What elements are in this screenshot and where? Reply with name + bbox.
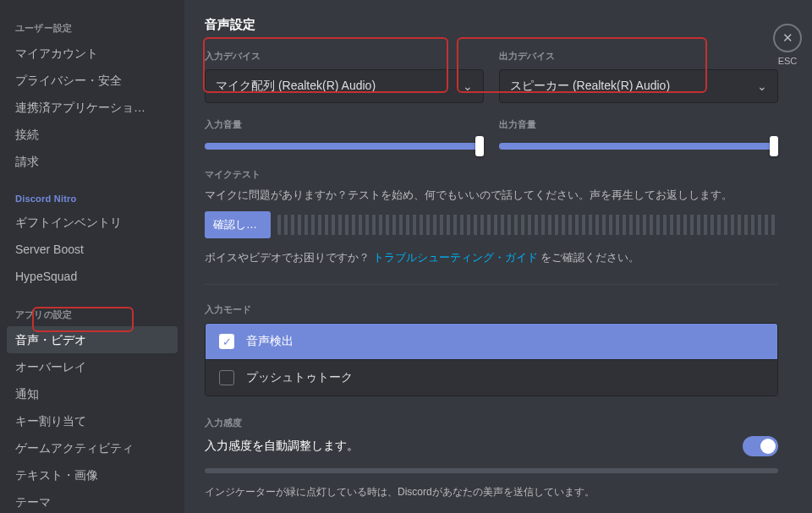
settings-sidebar: ユーザー設定 マイアカウント プライバシー・安全 連携済アプリケーショ… 接続 … xyxy=(0,0,184,513)
mic-level-meter xyxy=(277,215,778,235)
divider xyxy=(205,284,778,285)
toggle-knob xyxy=(760,439,776,454)
esc-label: ESC xyxy=(773,56,802,66)
nav-privacy[interactable]: プライバシー・安全 xyxy=(7,67,178,94)
output-volume-slider[interactable] xyxy=(499,143,778,150)
troubleshoot-link[interactable]: トラブルシューティング・ガイド xyxy=(373,251,538,264)
highlight-box xyxy=(457,37,707,93)
highlight-box xyxy=(203,37,448,93)
mode-voice-activity[interactable]: ✓ 音声検出 xyxy=(206,324,777,359)
sensitivity-bar xyxy=(205,468,778,473)
nav-keybinds[interactable]: キー割り当て xyxy=(7,407,178,434)
nav-text-image[interactable]: テキスト・画像 xyxy=(7,461,178,488)
input-volume-slider[interactable] xyxy=(205,143,484,150)
mic-test-label: マイクテスト xyxy=(205,168,778,181)
highlight-box xyxy=(32,307,134,332)
nav-gift-inventory[interactable]: ギフトインベントリ xyxy=(7,209,178,236)
troubleshoot-line: ボイスやビデオでお困りですか？ トラブルシューティング・ガイド をご確認ください… xyxy=(205,250,778,265)
nav-theme[interactable]: テーマ xyxy=(7,488,178,513)
checkbox-unchecked-icon xyxy=(219,370,234,385)
section-nitro: Discord Nitro xyxy=(7,188,178,209)
nav-hypesquad[interactable]: HypeSquad xyxy=(7,263,178,290)
mic-test-button[interactable]: 確認しまし… xyxy=(205,211,271,238)
section-user-settings: ユーザー設定 xyxy=(7,17,178,40)
nav-overlay[interactable]: オーバーレイ xyxy=(7,353,178,380)
nav-connections[interactable]: 接続 xyxy=(7,121,178,148)
slider-thumb[interactable] xyxy=(770,136,778,156)
input-mode-label: 入力モード xyxy=(205,303,778,316)
output-volume-label: 出力音量 xyxy=(499,118,778,131)
nav-billing[interactable]: 請求 xyxy=(7,148,178,175)
mic-test-desc: マイクに問題がありますか？テストを始め、何でもいいので話してください。声を再生し… xyxy=(205,188,778,203)
checkbox-checked-icon: ✓ xyxy=(219,334,234,349)
nav-my-account[interactable]: マイアカウント xyxy=(7,40,178,67)
nav-game-activity[interactable]: ゲームアクティビティ xyxy=(7,434,178,461)
nav-notifications[interactable]: 通知 xyxy=(7,380,178,407)
mode-push-to-talk[interactable]: プッシュトゥトーク xyxy=(206,359,777,396)
slider-thumb[interactable] xyxy=(475,136,484,156)
close-icon: ✕ xyxy=(782,30,793,46)
close-settings: ✕ ESC xyxy=(773,24,802,66)
nav-server-boost[interactable]: Server Boost xyxy=(7,236,178,263)
indicator-text: インジケーターが緑に点灯している時は、Discordがあなたの美声を送信していま… xyxy=(205,485,778,499)
close-button[interactable]: ✕ xyxy=(773,24,802,52)
chevron-down-icon: ⌄ xyxy=(757,79,767,93)
auto-sensitivity-toggle[interactable] xyxy=(743,436,778,456)
nav-integrations[interactable]: 連携済アプリケーショ… xyxy=(7,94,178,121)
sensitivity-desc: 入力感度を自動調整します。 xyxy=(205,439,359,454)
input-volume-label: 入力音量 xyxy=(205,118,484,131)
sensitivity-label: 入力感度 xyxy=(205,417,778,429)
page-title: 音声設定 xyxy=(205,17,778,33)
